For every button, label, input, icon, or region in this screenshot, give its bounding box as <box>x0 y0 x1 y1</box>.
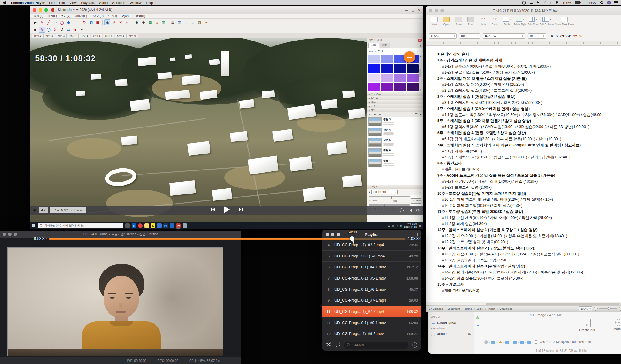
scene-tab[interactable]: 장면 3 <box>55 34 67 38</box>
menu-edit[interactable]: Edit <box>59 1 65 5</box>
next-button[interactable] <box>238 207 243 213</box>
hwp-table-button[interactable]: ▾Table <box>502 17 512 26</box>
bluetooth-icon[interactable]: ᛒ <box>549 1 552 5</box>
shuffle-icon[interactable] <box>326 342 331 348</box>
sketchup-viewport[interactable] <box>30 38 367 222</box>
hwp-open-button[interactable]: Open <box>441 17 452 26</box>
tray-notification-icon[interactable]: ▭ <box>419 224 421 227</box>
color-swatch[interactable] <box>368 83 380 91</box>
scene-list-item[interactable]: 장면 3 <box>368 117 422 126</box>
scene-list-item[interactable]: 장면 6 <box>368 148 422 157</box>
font-color-button[interactable]: A▾ <box>573 34 577 38</box>
home-icon[interactable] <box>498 341 502 343</box>
sketchup-tool-icon[interactable]: ▥ <box>160 19 166 25</box>
color-swatch[interactable] <box>407 74 419 82</box>
taskbar-app-icon[interactable]: e <box>132 223 136 228</box>
sketchup-tool-icon[interactable]: ╱ <box>45 19 52 25</box>
playlist-item[interactable]: 6UD_CG-Progr...0-1)_#4-1.mov1:07:12 <box>322 261 421 273</box>
sketchup-tool-icon[interactable]: ✎ <box>39 19 45 25</box>
scene-tab[interactable]: 장면 7 <box>103 34 114 38</box>
sketchup-tool-icon[interactable]: ◯ <box>45 27 52 33</box>
sketchup-tool-icon[interactable]: ↺ <box>59 27 65 33</box>
tray-section[interactable]: ▸컴포넌트 <box>367 92 423 96</box>
playlist-item[interactable]: 9UD_CG-Progr...0-1)_#7-1.mp429:03 <box>322 295 421 306</box>
tray-section[interactable]: ▸태그 <box>367 100 423 104</box>
menu-playback[interactable]: Playback <box>81 1 95 5</box>
playlist-item[interactable]: 5UD_CG-Progr...20-1)_#3.mp440:26 <box>322 250 421 262</box>
sketchup-tool-icon[interactable]: ↕ <box>183 19 189 25</box>
sketchup-tool-icon[interactable]: ● <box>72 27 78 33</box>
tray-chevron-icon[interactable]: ∧ <box>388 224 390 227</box>
zoom-dropdown[interactable]: 100%▾ <box>579 306 592 311</box>
playlist-search-input[interactable] <box>352 343 406 348</box>
underline-button[interactable]: A▾ <box>560 34 564 38</box>
nav-forward-icon[interactable]: ▻ <box>371 50 374 53</box>
disk-icon[interactable] <box>484 340 488 344</box>
rep-font-dropdown[interactable]: Rep.▾ <box>459 33 480 39</box>
playlist-item[interactable]: 7UD_CG-Progr...0-1)_#5-1.mov1:06:06 <box>322 273 421 284</box>
style-dropdown[interactable]: 바탕글▾ <box>429 33 457 39</box>
taskbar-app-icon[interactable]: 한 <box>176 223 181 228</box>
webcam-source[interactable] <box>7 247 223 356</box>
siri-icon[interactable] <box>607 1 611 5</box>
input-source-icon[interactable]: 가 <box>543 1 546 4</box>
bookmark-icon[interactable]: ⚑ <box>536 1 539 5</box>
repeat-icon[interactable] <box>335 342 341 348</box>
color-swatch[interactable] <box>407 64 419 73</box>
menu-audio[interactable]: Audio <box>99 1 108 5</box>
obs-status-icon[interactable] <box>522 1 526 5</box>
sketchup-tool-icon[interactable]: ● <box>203 19 209 25</box>
windows-window-controls[interactable]: —▢✕ <box>405 8 421 12</box>
playlist-item[interactable]: 12UD_CG-Progr...-1)_#9-2.mov1:09:27 <box>322 328 421 339</box>
scene-tab[interactable]: 장면 4 <box>67 34 79 38</box>
scene-tab[interactable]: 장면 6 <box>91 34 102 38</box>
sketchup-menu-item[interactable]: 파일(F) <box>34 14 43 18</box>
taskbar-app-icon[interactable] <box>183 223 187 228</box>
taskbar-app-icon[interactable] <box>138 223 143 228</box>
sketchup-tool-icon[interactable]: ▾ <box>79 27 85 33</box>
sketchup-tool-icon[interactable]: ▧ <box>196 19 203 25</box>
breadcrumb-file-name[interactable]: [김형준-21925998]21925998 김형준 최 <box>539 340 591 344</box>
folder-icon[interactable] <box>505 341 509 344</box>
time-field[interactable] <box>411 195 421 199</box>
folder-icon[interactable] <box>527 341 531 344</box>
tab-select[interactable]: 선택 <box>368 43 379 48</box>
tray-close-icon[interactable]: ✕ <box>418 39 422 42</box>
menu-bar-clock[interactable]: Fri 14:22 <box>584 1 597 5</box>
color-swatch[interactable] <box>381 55 393 63</box>
menu-window[interactable]: Window <box>129 1 141 5</box>
sketchup-menu-item[interactable]: 보기(V) <box>61 14 71 18</box>
taskbar-app-icon[interactable] <box>125 223 130 228</box>
playlist-item[interactable]: UD_CG-Progr...-1)_#7-2.mp41:08:32 <box>322 306 421 317</box>
scene-tab[interactable]: 장면 9 <box>126 34 138 38</box>
color-swatch[interactable] <box>381 64 393 73</box>
app-title[interactable]: Elmedia Video Player <box>11 1 45 5</box>
scene-list-item[interactable]: 장면 5 <box>368 138 422 147</box>
scene-list-item[interactable]: 장면 4 <box>368 128 422 136</box>
bold-button[interactable]: A <box>551 34 553 38</box>
scene-tab[interactable]: 장면 1 <box>32 34 43 38</box>
sketchup-menu-item[interactable]: 편집(E) <box>47 14 57 18</box>
sketchup-tool-icon[interactable]: ▦ <box>147 19 153 25</box>
zoom-window-button[interactable] <box>44 8 48 12</box>
color-swatch[interactable] <box>394 83 406 91</box>
color-swatch[interactable] <box>381 83 393 91</box>
highlight-pen-icon[interactable]: ✎ <box>579 34 582 38</box>
sketchup-tool-icon[interactable]: ✎ <box>39 27 45 33</box>
create-pdf-button[interactable]: Create PDF <box>579 319 596 332</box>
outline-button[interactable]: A▾ <box>566 34 571 38</box>
icloud-download-icon[interactable]: ☁ <box>476 323 479 327</box>
spotlight-icon[interactable] <box>600 1 604 5</box>
hwp-table-style-button[interactable]: ▾Table Style <box>514 17 526 26</box>
sketchup-tool-icon[interactable]: ✕ <box>118 19 124 25</box>
scene-options-icon[interactable]: ☰ <box>415 113 417 116</box>
sketchup-tool-icon[interactable]: ◫ <box>176 19 183 25</box>
folder-icon[interactable] <box>491 341 495 344</box>
tab-edit[interactable]: 편집 <box>380 43 390 48</box>
italic-button[interactable]: A <box>556 34 558 38</box>
color-swatch[interactable] <box>394 74 406 82</box>
close-window-button[interactable] <box>33 8 36 12</box>
sketchup-menu-item[interactable]: 도구(T) <box>108 14 117 18</box>
folder-icon[interactable] <box>520 341 524 344</box>
shadow-toggle-icon[interactable]: ◐ <box>369 190 370 194</box>
